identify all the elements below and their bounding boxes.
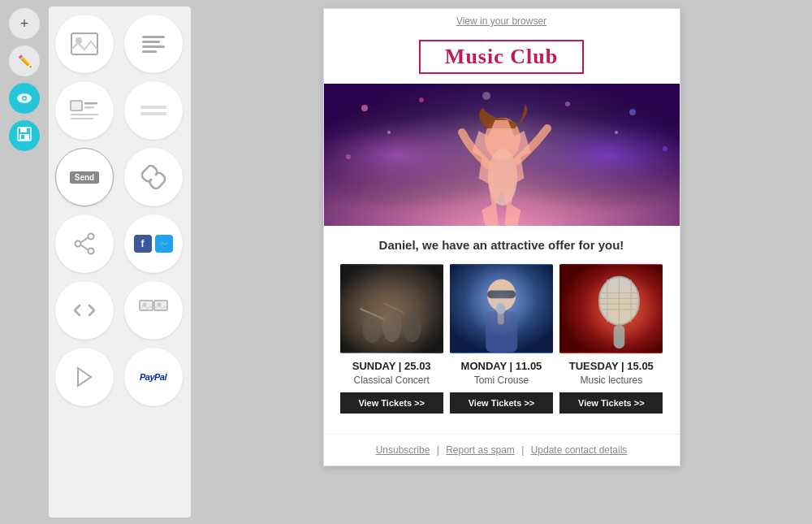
widget-send[interactable]: Send xyxy=(55,148,114,206)
widget-image-text[interactable] xyxy=(55,81,114,140)
save-icon xyxy=(17,127,32,145)
svg-rect-59 xyxy=(559,265,663,353)
svg-rect-19 xyxy=(140,112,166,115)
svg-point-46 xyxy=(362,314,382,343)
email-container: View in your browser Music Club xyxy=(323,8,680,466)
unsubscribe-link[interactable]: Unsubscribe xyxy=(376,444,430,456)
svg-point-57 xyxy=(496,303,506,314)
event-card-classical: SUNDAY | 25.03 Classical Concert View Ti… xyxy=(340,264,443,414)
svg-rect-54 xyxy=(487,290,516,298)
email-footer: Unsubscribe | Report as spam | Update co… xyxy=(324,434,680,466)
svg-rect-45 xyxy=(340,265,443,353)
event-name-classical: Classical Concert xyxy=(353,375,429,386)
view-in-browser-bar: View in your browser xyxy=(324,9,680,33)
edit-icon: ✏️ xyxy=(18,54,32,67)
widget-gallery[interactable] xyxy=(124,281,183,340)
separator-2: | xyxy=(521,444,526,456)
report-spam-link[interactable]: Report as spam xyxy=(446,444,515,456)
ticket-btn-mic[interactable]: View Tickets >> xyxy=(559,392,663,414)
svg-point-34 xyxy=(419,97,424,102)
widget-share[interactable] xyxy=(55,214,114,273)
svg-line-49 xyxy=(360,309,383,319)
widget-paypal[interactable]: PayPal xyxy=(124,348,183,406)
send-label: Send xyxy=(70,171,99,184)
hero-figure xyxy=(324,84,680,226)
widget-social[interactable]: f 🐦 xyxy=(124,214,183,273)
svg-rect-11 xyxy=(142,45,165,48)
svg-point-35 xyxy=(482,92,490,100)
eye-icon xyxy=(17,90,32,107)
svg-line-50 xyxy=(383,303,403,313)
svg-rect-52 xyxy=(450,265,553,353)
svg-point-47 xyxy=(382,307,401,342)
event-card-singer: MONDAY | 11.05 Tomi Crouse View Tickets … xyxy=(450,264,553,414)
svg-rect-18 xyxy=(140,106,166,109)
widget-text-align[interactable] xyxy=(124,15,183,73)
event-date-classical: SUNDAY | 25.03 xyxy=(352,360,431,372)
svg-rect-55 xyxy=(486,311,517,353)
email-header: Music Club xyxy=(324,33,680,84)
event-image-classical xyxy=(340,264,443,353)
widget-code[interactable] xyxy=(55,281,114,340)
widget-panel: Send f 🐦 xyxy=(49,6,191,518)
ticket-btn-classical[interactable]: View Tickets >> xyxy=(340,392,443,414)
events-grid: SUNDAY | 25.03 Classical Concert View Ti… xyxy=(340,264,663,414)
svg-point-41 xyxy=(663,146,667,151)
event-image-mic xyxy=(559,264,663,353)
ticket-btn-singer[interactable]: View Tickets >> xyxy=(450,392,553,414)
widget-image[interactable] xyxy=(55,15,114,73)
add-icon: + xyxy=(20,15,29,32)
svg-rect-15 xyxy=(84,106,94,109)
separator-1: | xyxy=(437,444,442,456)
svg-rect-68 xyxy=(614,325,625,349)
svg-rect-10 xyxy=(142,41,160,43)
event-card-mic: TUESDAY | 15.05 Music lectures View Tick… xyxy=(559,264,663,414)
left-toolbar: + ✏️ xyxy=(0,0,49,524)
hero-image xyxy=(324,84,680,226)
save-button[interactable] xyxy=(9,120,40,151)
svg-point-53 xyxy=(487,279,516,311)
add-button[interactable]: + xyxy=(9,8,40,39)
svg-rect-58 xyxy=(559,265,663,353)
svg-point-36 xyxy=(565,102,570,106)
svg-rect-6 xyxy=(21,135,24,139)
svg-rect-17 xyxy=(71,118,93,119)
edit-button[interactable]: ✏️ xyxy=(9,45,40,76)
view-in-browser-link[interactable]: View in your browser xyxy=(456,15,546,27)
svg-rect-56 xyxy=(498,309,504,325)
svg-rect-44 xyxy=(340,265,443,353)
preview-button[interactable] xyxy=(9,83,40,114)
svg-rect-13 xyxy=(71,101,82,110)
widget-divider[interactable] xyxy=(124,81,183,140)
event-name-singer: Tomi Crouse xyxy=(474,375,529,386)
svg-line-24 xyxy=(81,245,89,250)
svg-point-21 xyxy=(76,241,81,247)
svg-rect-12 xyxy=(142,50,157,53)
event-date-singer: MONDAY | 11.05 xyxy=(461,360,542,372)
widget-play[interactable] xyxy=(55,348,114,406)
svg-point-48 xyxy=(402,312,421,342)
paypal-label: PayPal xyxy=(140,372,166,382)
svg-rect-9 xyxy=(142,36,165,38)
svg-point-22 xyxy=(89,249,94,254)
svg-point-60 xyxy=(599,277,639,325)
svg-rect-16 xyxy=(71,114,98,115)
svg-point-2 xyxy=(24,97,26,99)
svg-point-37 xyxy=(629,109,636,115)
email-body: Daniel, we have an attractive offer for … xyxy=(324,226,680,426)
event-date-mic: TUESDAY | 15.05 xyxy=(569,360,654,372)
email-title: Music Club xyxy=(419,40,584,74)
svg-point-40 xyxy=(346,154,351,159)
update-contact-link[interactable]: Update contact details xyxy=(531,444,628,456)
svg-rect-4 xyxy=(20,128,27,132)
offer-text: Daniel, we have an attractive offer for … xyxy=(340,238,663,252)
svg-point-39 xyxy=(615,131,618,134)
event-name-mic: Music lectures xyxy=(580,375,642,386)
event-image-singer xyxy=(450,264,553,353)
svg-line-23 xyxy=(81,238,89,243)
svg-point-43 xyxy=(488,149,517,206)
svg-rect-14 xyxy=(84,102,97,105)
svg-point-20 xyxy=(89,234,94,240)
widget-link[interactable] xyxy=(124,148,183,206)
svg-rect-51 xyxy=(450,265,553,353)
